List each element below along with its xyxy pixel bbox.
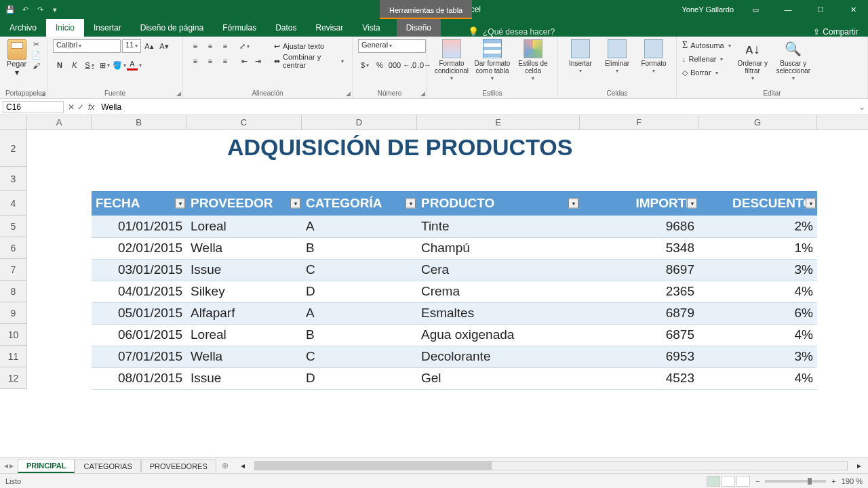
filter-dropdown-icon[interactable]: ▾ (687, 199, 697, 209)
row-header[interactable]: 3 (0, 167, 26, 191)
formula-input[interactable] (98, 102, 856, 113)
format-as-table-button[interactable]: Dar formato como tabla▾ (473, 39, 511, 82)
conditional-formatting-button[interactable]: Formato condicional▾ (433, 39, 471, 82)
minimize-icon[interactable]: ― (773, 0, 803, 19)
paste-button[interactable]: Pegar ▾ (5, 39, 28, 77)
horizontal-scrollbar[interactable]: ◂ ▸ (241, 461, 861, 470)
table-cell[interactable]: A (302, 216, 417, 237)
table-cell[interactable]: 6953 (580, 346, 698, 367)
table-cell[interactable]: 6875 (580, 324, 698, 346)
table-row[interactable]: 05/01/2015AlfaparfAEsmaltes68796% (92, 302, 817, 324)
format-cells-button[interactable]: Formato▾ (637, 39, 671, 75)
row-headers[interactable]: 23456789101112 (0, 130, 27, 389)
comma-format-icon[interactable]: 000 (388, 58, 401, 72)
zoom-slider[interactable] (765, 480, 826, 483)
share-button[interactable]: ⇪ Compartir (804, 27, 868, 37)
table-cell[interactable]: D (302, 281, 417, 302)
increase-font-icon[interactable]: A▴ (142, 39, 156, 53)
decrease-font-icon[interactable]: A▾ (157, 39, 171, 53)
normal-view-icon[interactable] (707, 476, 720, 487)
table-cell[interactable]: 08/01/2015 (92, 367, 186, 389)
table-cell[interactable]: Issue (186, 259, 302, 281)
table-cell[interactable]: 4% (698, 367, 817, 389)
table-cell[interactable]: Cera (417, 259, 580, 281)
page-layout-view-icon[interactable] (722, 476, 735, 487)
format-painter-icon[interactable]: 🖌 (31, 61, 41, 70)
table-cell[interactable]: Loreal (186, 324, 302, 346)
number-format-select[interactable]: General (358, 39, 426, 53)
fill-color-icon[interactable]: 🪣 (113, 58, 126, 72)
delete-cells-button[interactable]: Eliminar▾ (600, 39, 634, 75)
filter-dropdown-icon[interactable]: ▾ (568, 199, 578, 209)
dialog-launcher-icon[interactable]: ◢ (346, 90, 351, 97)
table-row[interactable]: 01/01/2015LorealATinte96862% (92, 216, 817, 237)
borders-icon[interactable]: ⊞ (98, 58, 111, 72)
table-cell[interactable]: B (302, 237, 417, 259)
font-size-select[interactable]: 11 (122, 39, 141, 53)
table-cell[interactable]: 06/01/2015 (92, 324, 186, 346)
column-headers[interactable]: ABCDEFG (27, 115, 868, 130)
table-cell[interactable]: Decolorante (417, 346, 580, 367)
table-cell[interactable]: Wella (186, 237, 302, 259)
table-cell[interactable]: 3% (698, 259, 817, 281)
save-icon[interactable]: 💾 (5, 5, 15, 14)
increase-decimal-icon[interactable]: ←.0 (403, 58, 416, 72)
expand-formula-bar-icon[interactable]: ⌄ (856, 102, 868, 112)
table-row[interactable]: 04/01/2015SilkeyDCrema23654% (92, 281, 817, 302)
table-cell[interactable]: D (302, 367, 417, 389)
clear-button[interactable]: ◇Borrar (682, 66, 731, 79)
dialog-launcher-icon[interactable]: ◢ (420, 90, 425, 97)
table-row[interactable]: 06/01/2015LorealBAgua oxigenada68754% (92, 324, 817, 346)
column-header[interactable]: C (186, 115, 302, 129)
scroll-left-icon[interactable]: ◂ (241, 461, 245, 470)
sort-filter-button[interactable]: ᴀ↓ Ordenar y filtrar▾ (734, 39, 772, 82)
enter-formula-icon[interactable]: ✓ (77, 102, 84, 112)
table-cell[interactable]: 8697 (580, 259, 698, 281)
fx-icon[interactable]: fx (88, 102, 94, 112)
zoom-out-icon[interactable]: − (755, 477, 760, 485)
table-cell[interactable]: 02/01/2015 (92, 237, 186, 259)
column-header[interactable]: D (302, 115, 417, 129)
qat-customize-icon[interactable]: ▾ (50, 5, 60, 14)
orientation-icon[interactable]: ⤢ (237, 39, 251, 53)
tab-design[interactable]: Diseño (397, 19, 441, 37)
row-header[interactable]: 9 (0, 302, 26, 324)
find-select-button[interactable]: 🔍 Buscar y seleccionar▾ (774, 39, 812, 82)
table-cell[interactable]: Issue (186, 367, 302, 389)
row-header[interactable]: 11 (0, 346, 26, 367)
filter-dropdown-icon[interactable]: ▾ (806, 199, 816, 209)
tab-formulas[interactable]: Fórmulas (213, 19, 266, 37)
italic-button[interactable]: K (68, 58, 81, 72)
table-cell[interactable]: 05/01/2015 (92, 302, 186, 324)
cancel-formula-icon[interactable]: ✕ (68, 102, 75, 112)
redo-icon[interactable]: ↷ (35, 5, 45, 14)
undo-icon[interactable]: ↶ (20, 5, 30, 14)
table-cell[interactable]: 1% (698, 237, 817, 259)
close-icon[interactable]: ✕ (838, 0, 868, 19)
table-cell[interactable]: C (302, 259, 417, 281)
table-header[interactable]: DESCUENTO▾ (698, 191, 817, 216)
copy-icon[interactable]: 📄 (31, 50, 41, 60)
ribbon-options-icon[interactable]: ▭ (741, 0, 770, 19)
select-all-corner[interactable] (0, 115, 27, 130)
tab-review[interactable]: Revisar (307, 19, 353, 37)
table-cell[interactable]: 01/01/2015 (92, 216, 186, 237)
cut-icon[interactable]: ✂ (31, 39, 41, 49)
name-box[interactable] (3, 101, 64, 113)
table-header[interactable]: PRODUCTO▾ (417, 191, 580, 216)
fill-button[interactable]: ↓Rellenar (682, 53, 731, 65)
table-cell[interactable]: 03/01/2015 (92, 259, 186, 281)
align-center-icon[interactable]: ≡ (203, 54, 217, 68)
worksheet-grid[interactable]: ABCDEFG 23456789101112 ADQUISICIÓN DE PR… (0, 115, 868, 457)
table-row[interactable]: 03/01/2015IssueCCera86973% (92, 259, 817, 281)
table-cell[interactable]: Champú (417, 237, 580, 259)
filter-dropdown-icon[interactable]: ▾ (290, 199, 300, 209)
cell-styles-button[interactable]: Estilos de celda▾ (514, 39, 552, 82)
tab-home[interactable]: Inicio (46, 19, 84, 37)
table-cell[interactable]: Loreal (186, 216, 302, 237)
table-cell[interactable]: 3% (698, 346, 817, 367)
page-break-view-icon[interactable] (736, 476, 750, 487)
column-header[interactable]: E (417, 115, 580, 129)
tab-page-layout[interactable]: Diseño de página (131, 19, 213, 37)
autosum-button[interactable]: ΣAutosuma (682, 39, 731, 52)
